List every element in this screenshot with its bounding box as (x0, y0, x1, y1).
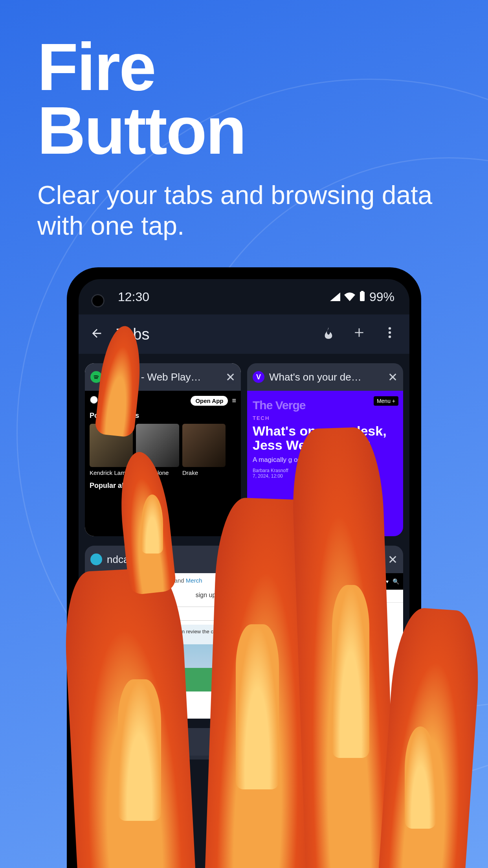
tab-card[interactable]: kGo — P… ✕ (85, 728, 241, 760)
twitter-icon[interactable] (263, 644, 272, 652)
article-body: Your con strophy what it nvolve (247, 630, 403, 641)
close-tab-button[interactable]: ✕ (388, 370, 398, 384)
arrow-left-icon (90, 327, 103, 340)
tab-card[interactable]: ndcamp ✕ ndcamp Gift Cards and Merch ba … (85, 546, 241, 719)
battery-percent: 99% (369, 290, 394, 304)
search-icon[interactable]: 🔍 (393, 578, 399, 585)
promo-link[interactable]: ndcamp Gift Cards (123, 577, 172, 584)
tab-card-header: ndcamp ✕ (85, 546, 241, 573)
svg-point-3 (389, 331, 391, 334)
tab-title: What is Astrophys… (269, 554, 383, 566)
article-date: 7, 2024, 12:00 (253, 473, 283, 479)
close-tab-button[interactable]: ✕ (226, 370, 235, 384)
signup-link[interactable]: sign up (196, 592, 216, 598)
trending-item[interactable]: ry has d ond layer (282, 593, 326, 599)
overflow-menu-button[interactable] (380, 326, 399, 342)
duckduckgo-icon (311, 763, 319, 771)
linkedin-icon[interactable] (275, 644, 283, 652)
subscribe-button[interactable]: Subscribe ▾ (360, 578, 389, 585)
svg-rect-1 (361, 291, 363, 292)
tab-title: kGo — P… (107, 736, 221, 748)
article-byline: Barbara Krasnoff (253, 468, 288, 473)
promo-title: Fire Button (37, 35, 451, 162)
new-tab-button[interactable] (350, 326, 369, 342)
site-brand: The Verge (253, 399, 398, 412)
artist-name: Kendrick Lamar (90, 469, 133, 476)
promo-and: and (174, 577, 184, 584)
section-label-2: Popular albu (90, 482, 236, 490)
tab-preview: Menu + The Verge TECH What's on your des… (247, 391, 403, 536)
tab-title: Spotify - Web Play… (107, 371, 221, 383)
trending-item[interactable]: 25 y (331, 593, 341, 599)
tab-card[interactable]: S What is Astrophys… ✕ ≡ SPAC Subscribe … (247, 546, 403, 719)
promo-link[interactable]: Merch (186, 577, 202, 584)
wifi-icon (344, 290, 355, 304)
tab-card-header: S What is Astrophys… ✕ (247, 546, 403, 573)
favicon-icon (90, 736, 102, 748)
search-icon: 🔍 (224, 610, 232, 617)
section-label: Popular artists (90, 412, 236, 420)
tab-card-header: kGo — P… ✕ (85, 728, 241, 756)
facebook-icon[interactable] (251, 644, 260, 652)
promo-title-line2: Button (37, 93, 246, 168)
close-tab-button[interactable]: ✕ (226, 735, 235, 749)
tabs-header: Tabs (79, 314, 409, 354)
bandcamp-logo: ba mp (90, 590, 125, 600)
svg-rect-0 (360, 292, 365, 301)
site-brand: SPAC (295, 576, 320, 587)
category-pill[interactable]: ences (251, 622, 271, 629)
promo-subtitle: Clear your tabs and browsing data with o… (37, 180, 451, 241)
tab-grid: Spotify - Web Play… ✕ Open App ≡ Popular… (79, 354, 409, 789)
article-kicker: TECH (253, 415, 398, 421)
close-tab-button[interactable]: ✕ (226, 553, 235, 566)
tos-banner: We've updated our Terms of Use. You can … (85, 625, 241, 644)
close-icon[interactable]: ✕ (233, 628, 238, 634)
tab-preview: ≡ SPAC Subscribe ▾ 🔍 RENDING ry has d on… (247, 573, 403, 719)
favicon-icon: S (253, 554, 264, 565)
spotify-logo-icon (90, 395, 98, 406)
close-tab-button[interactable]: ✕ (388, 553, 398, 566)
tab-card[interactable]: Spotify - Web Play… ✕ Open App ≡ Popular… (85, 363, 241, 536)
tab-title: ndcamp (107, 554, 221, 566)
bottom-label: DuckDu (322, 763, 347, 772)
artist-name: Drake (182, 469, 226, 476)
plus-icon (353, 326, 365, 339)
open-app-button[interactable]: Open App (191, 396, 228, 406)
search-input[interactable]: Search tist, album, or track 🔍 (90, 607, 236, 621)
favicon-icon (90, 371, 102, 383)
artist-card[interactable]: Drake (182, 424, 226, 476)
artist-name: Post Malone (136, 469, 179, 476)
favicon-icon: V (253, 371, 264, 383)
fire-button[interactable] (319, 326, 338, 343)
back-button[interactable] (89, 327, 105, 342)
front-camera (91, 294, 105, 307)
hamburger-icon[interactable]: ≡ (251, 578, 254, 585)
article-headline: What's on your desk, Jess Weatherbed? (253, 424, 398, 452)
hamburger-icon[interactable]: ≡ (303, 763, 308, 772)
tab-preview: ndcamp Gift Cards and Merch ba mp sign u… (85, 573, 241, 719)
hamburger-icon[interactable]: ≡ (232, 397, 236, 405)
artist-card[interactable]: Post Malone (136, 424, 179, 476)
header-title: Tabs (116, 326, 307, 343)
tab-card[interactable]: D ckDu… ✕ ≡ DuckDu (247, 728, 403, 779)
category-link[interactable]: The Universe (247, 603, 403, 612)
tab-card-header: D ckDu… ✕ (247, 728, 403, 756)
battery-icon (359, 290, 365, 304)
tab-title: D ckDu… (269, 736, 383, 748)
status-time: 12:30 (118, 290, 149, 304)
tab-card-header: Spotify - Web Play… ✕ (85, 363, 241, 391)
svg-point-8 (90, 396, 97, 403)
article-headline: What is ophysics? (247, 612, 403, 621)
tab-title: What's on your de… (269, 371, 383, 383)
login-link[interactable]: log in (221, 592, 236, 598)
artist-card[interactable]: Kendrick Lamar (90, 424, 133, 476)
favicon-icon (90, 554, 102, 565)
hero-image (85, 644, 241, 691)
trending-label: RENDING (251, 593, 277, 599)
close-tab-button[interactable]: ✕ (388, 735, 398, 749)
svg-point-4 (389, 335, 391, 338)
tab-card-header: V What's on your de… ✕ (247, 363, 403, 391)
tab-card[interactable]: V What's on your de… ✕ Menu + The Verge … (247, 363, 403, 536)
kebab-icon (388, 326, 391, 339)
article-sub: A magically g oom of gaming mementos. (253, 456, 398, 464)
